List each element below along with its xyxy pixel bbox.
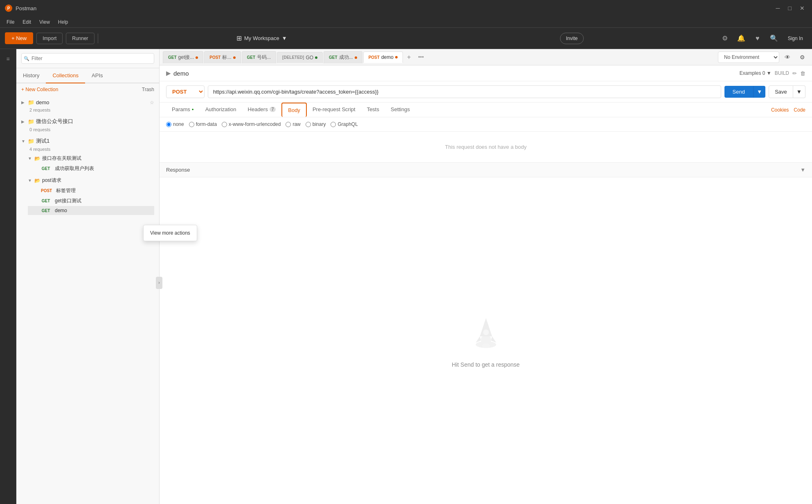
menu-file[interactable]: File — [3, 18, 18, 26]
request-tab-bar: GET get接... POST 标... GET 号码... [DELETED… — [160, 49, 812, 65]
collection-request-count: 4 requests — [21, 147, 154, 152]
tab-label: get接... — [178, 54, 194, 61]
notification-icon[interactable]: 🔔 — [735, 32, 748, 45]
sidebar-toggle-icon[interactable]: ≡ — [2, 52, 15, 65]
svg-marker-5 — [491, 336, 496, 343]
tab-pre-request-script[interactable]: Pre-request Script — [307, 103, 361, 117]
chevron-down-icon[interactable]: ▼ — [28, 156, 33, 161]
eye-icon[interactable]: 👁 — [781, 51, 794, 64]
chevron-right-icon[interactable]: ▶ — [21, 119, 26, 124]
response-chevron-icon: ▼ — [800, 167, 805, 173]
context-menu-item-view-more-actions[interactable]: View more actions — [144, 227, 197, 239]
tab-label: 标... — [222, 54, 231, 61]
menu-bar: File Edit View Help — [0, 16, 812, 28]
sidebar-search-input[interactable] — [21, 53, 154, 64]
tab-collections[interactable]: Collections — [46, 68, 85, 83]
tab-settings[interactable]: Settings — [385, 103, 416, 117]
tab-tests[interactable]: Tests — [361, 103, 385, 117]
edit-icon[interactable]: ✏ — [792, 70, 797, 76]
chevron-down-icon[interactable]: ▼ — [21, 139, 26, 143]
environment-select[interactable]: No Environment — [718, 52, 779, 63]
maximize-button[interactable]: □ — [786, 4, 794, 12]
new-collection-button[interactable]: + New Collection — [21, 87, 58, 92]
tab-authorization[interactable]: Authorization — [200, 103, 242, 117]
subfolder-row[interactable]: ▼ 📂 post请求 ••• — [28, 175, 154, 186]
response-header[interactable]: Response ▼ — [160, 163, 812, 177]
examples-count: 0 — [763, 70, 765, 76]
request-tab[interactable]: GET get接... — [163, 51, 203, 63]
tab-method-label: POST — [369, 55, 380, 60]
request-tab[interactable]: [DELETED] GO — [277, 52, 323, 63]
send-button[interactable]: Send — [724, 86, 753, 98]
tab-params[interactable]: Params ● — [166, 103, 200, 117]
settings-icon[interactable]: ⚙ — [796, 51, 809, 64]
environment-selector: No Environment 👁 ⚙ — [718, 51, 809, 64]
tab-method-label: POST — [209, 55, 220, 60]
trash-button[interactable]: Trash — [142, 87, 154, 92]
request-item[interactable]: GET get接口测试 — [28, 196, 154, 206]
chevron-down-icon[interactable]: ▼ — [28, 178, 33, 183]
body-radio-graphql[interactable]: GraphQL — [331, 121, 358, 127]
new-button[interactable]: + New — [5, 32, 33, 44]
request-tab[interactable]: POST demo — [363, 52, 403, 63]
list-item[interactable]: ▶ 📁 微信公众号接口 0 requests — [16, 114, 159, 134]
save-button[interactable]: Save — [769, 85, 793, 98]
delete-icon[interactable]: 🗑 — [800, 70, 805, 76]
request-name: 成功获取用户列表 — [55, 165, 94, 172]
tab-body[interactable]: Body — [281, 103, 307, 117]
code-link[interactable]: Code — [794, 107, 805, 113]
settings-icon[interactable]: ⚙ — [718, 32, 731, 45]
body-radio-form-data[interactable]: form-data — [189, 121, 217, 127]
cookies-link[interactable]: Cookies — [771, 107, 789, 113]
search-global-icon[interactable]: 🔍 — [767, 32, 781, 45]
star-icon[interactable]: ☆ — [150, 100, 154, 105]
menu-view[interactable]: View — [36, 18, 53, 26]
send-dropdown-button[interactable]: ▼ — [753, 86, 765, 98]
invite-button[interactable]: Invite — [560, 33, 584, 44]
search-icon-wrapper — [21, 53, 154, 64]
close-button[interactable]: ✕ — [797, 4, 807, 12]
menu-edit[interactable]: Edit — [19, 18, 34, 26]
build-button[interactable]: BUILD — [775, 70, 789, 76]
workspace-chevron-icon: ▼ — [282, 35, 287, 41]
request-tab[interactable]: GET 号码... — [242, 51, 277, 63]
url-input[interactable] — [208, 85, 721, 98]
sidebar-collapse-handle[interactable]: › — [156, 277, 162, 289]
subfolder-row[interactable]: ▼ 📂 接口存在关联测试 ••• — [28, 153, 154, 164]
svg-marker-4 — [476, 336, 481, 343]
heart-icon[interactable]: ♥ — [751, 32, 764, 45]
tab-unsaved-dot — [315, 56, 317, 59]
request-item[interactable]: GET 成功获取用户列表 — [28, 164, 154, 174]
minimize-button[interactable]: ─ — [774, 4, 783, 12]
tab-unsaved-dot — [233, 56, 236, 59]
body-radio-raw[interactable]: raw — [286, 121, 300, 127]
request-tab[interactable]: GET 成功... — [324, 51, 362, 63]
add-tab-button[interactable]: + — [404, 52, 414, 63]
more-tabs-button[interactable]: ••• — [415, 52, 427, 62]
tab-headers[interactable]: Headers 7 — [242, 103, 282, 117]
collection-request-count: 0 requests — [21, 127, 154, 132]
method-badge: GET — [39, 208, 52, 213]
menu-help[interactable]: Help — [55, 18, 72, 26]
import-button[interactable]: Import — [36, 33, 63, 44]
body-radio-urlencoded[interactable]: x-www-form-urlencoded — [222, 121, 281, 127]
tab-history[interactable]: History — [16, 68, 46, 83]
method-select[interactable]: POST GET PUT DELETE PATCH — [166, 85, 205, 98]
response-empty-message: Hit Send to get a response — [452, 361, 520, 368]
body-radio-binary[interactable]: binary — [306, 121, 326, 127]
list-item[interactable]: ▶ 📁 demo ☆ 2 requests — [16, 96, 159, 114]
examples-button[interactable]: Examples 0 ▼ — [740, 70, 772, 76]
request-item[interactable]: POST 标签管理 — [28, 186, 154, 196]
workspace-selector[interactable]: ⊞ My Workspace ▼ — [232, 32, 291, 44]
request-tab[interactable]: POST 标... — [204, 51, 241, 63]
chevron-right-icon[interactable]: ▶ — [21, 100, 26, 105]
list-item[interactable]: ▼ 📁 测试1 4 requests ▼ 📂 接口存在关联测试 ••• GET — [16, 134, 159, 217]
runner-button[interactable]: Runner — [66, 33, 94, 44]
body-radio-none[interactable]: none — [166, 121, 184, 127]
tab-apis[interactable]: APIs — [85, 68, 109, 83]
collection-name: 微信公众号接口 — [36, 118, 154, 125]
request-item[interactable]: GET demo — [28, 206, 154, 215]
tab-label: demo — [381, 54, 394, 60]
save-dropdown-button[interactable]: ▼ — [793, 85, 805, 98]
sign-in-button[interactable]: Sign In — [784, 34, 807, 43]
